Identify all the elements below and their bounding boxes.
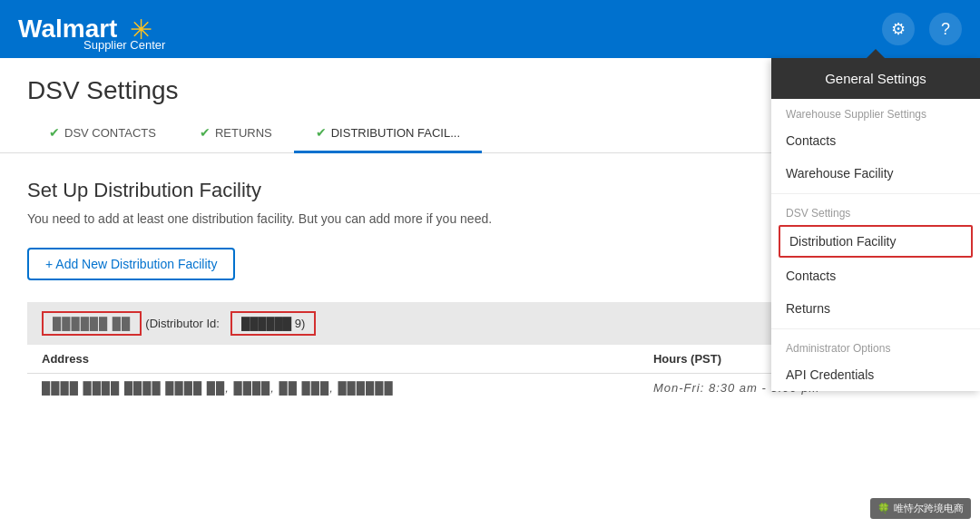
settings-dropdown: General Settings Warehouse Supplier Sett… (771, 58, 980, 391)
header-actions: ⚙ ? (882, 13, 962, 45)
app-header: Walmart ✳ Supplier Center ⚙ ? (0, 0, 980, 58)
dropdown-item-contacts-dsv[interactable]: Contacts (771, 259, 980, 292)
dropdown-section-warehouse: Warehouse Supplier Settings (771, 99, 980, 124)
help-button[interactable]: ? (929, 13, 962, 45)
watermark: 🍀 唯恃尔跨境电商 (870, 498, 971, 519)
tab-returns[interactable]: ✔ RETURNS (178, 114, 294, 153)
tab-dsv-contacts[interactable]: ✔ DSV CONTACTS (27, 114, 178, 153)
watermark-emoji: 🍀 (877, 503, 890, 514)
supplier-center-label: Supplier Center (83, 38, 165, 52)
tab-check-returns: ✔ (200, 125, 211, 140)
dropdown-divider-2 (771, 328, 980, 329)
add-distribution-facility-button[interactable]: + Add New Distribution Facility (27, 248, 235, 280)
dropdown-header: General Settings (771, 58, 980, 99)
tab-check-distribution: ✔ (316, 125, 327, 140)
distributor-id-label: (Distributor Id: (145, 317, 220, 330)
tab-label-distribution: DISTRIBUTION FACIL... (331, 126, 460, 140)
distributor-id-value: ██████ 9) (230, 311, 316, 336)
watermark-text: 唯恃尔跨境电商 (894, 502, 964, 515)
dropdown-item-api-credentials[interactable]: API Credentials (771, 358, 980, 391)
dropdown-divider-1 (771, 193, 980, 194)
tab-check-dsv-contacts: ✔ (49, 125, 60, 140)
add-button-label: + Add New Distribution Facility (45, 257, 217, 271)
distributor-name: ██████ ██ (42, 311, 142, 336)
tab-distribution-facility[interactable]: ✔ DISTRIBUTION FACIL... (294, 114, 482, 153)
cell-address: ████ ████ ████ ████ ██, ████, ██ ███, ██… (27, 374, 639, 403)
tab-label-returns: RETURNS (215, 126, 272, 140)
dropdown-item-warehouse-facility[interactable]: Warehouse Facility (771, 157, 980, 190)
dropdown-section-admin: Administrator Options (771, 333, 980, 358)
col-address: Address (27, 345, 639, 374)
main-wrapper: DSV Settings ✔ DSV CONTACTS ✔ RETURNS ✔ … (0, 58, 980, 528)
settings-button[interactable]: ⚙ (882, 13, 915, 45)
dropdown-item-contacts-warehouse[interactable]: Contacts (771, 124, 980, 157)
logo-area: Walmart ✳ Supplier Center (18, 14, 152, 45)
tab-label-dsv-contacts: DSV CONTACTS (64, 126, 156, 140)
dropdown-item-distribution-facility[interactable]: Distribution Facility (779, 225, 973, 258)
dropdown-item-returns-dsv[interactable]: Returns (771, 292, 980, 325)
dropdown-section-dsv: DSV Settings (771, 198, 980, 223)
